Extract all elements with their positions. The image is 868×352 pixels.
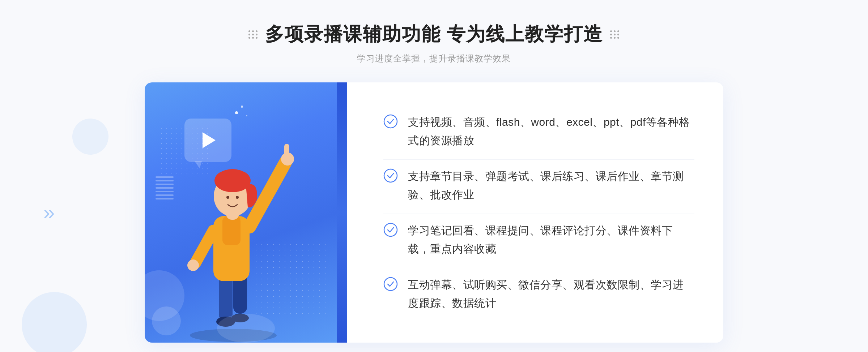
main-outer: » (0, 82, 868, 343)
title-text: 多项录播课辅助功能 专为线上教学打造 (265, 22, 603, 47)
subtitle-text: 学习进度全掌握，提升录播课教学效果 (248, 53, 620, 64)
outer-chevron-left-icon: » (43, 202, 55, 223)
svg-point-16 (236, 196, 239, 199)
bg-circle-2 (72, 119, 109, 155)
svg-point-17 (217, 314, 275, 343)
content-panel: 支持视频、音频、flash、word、excel、ppt、pdf等各种格式的资源… (347, 82, 723, 343)
svg-point-18 (384, 115, 397, 128)
svg-point-15 (226, 196, 229, 199)
svg-point-21 (384, 278, 397, 291)
feature-item-4: 互动弹幕、试听购买、微信分享、观看次数限制、学习进度跟踪、数据统计 (383, 268, 694, 319)
feature-text-4: 互动弹幕、试听购买、微信分享、观看次数限制、学习进度跟踪、数据统计 (408, 275, 694, 312)
header-section: 多项录播课辅助功能 专为线上教学打造 学习进度全掌握，提升录播课教学效果 (248, 22, 620, 64)
vertical-accent-bar (337, 82, 347, 343)
illustration-panel (145, 82, 347, 343)
check-icon-3 (383, 223, 398, 237)
svg-line-10 (195, 231, 213, 263)
feature-item-3: 学习笔记回看、课程提问、课程评论打分、课件资料下载，重点内容收藏 (383, 214, 694, 265)
svg-point-14 (214, 169, 251, 192)
character-illustration (166, 133, 304, 343)
check-icon-2 (383, 168, 398, 183)
feature-item-2: 支持章节目录、弹题考试、课后练习、课后作业、章节测验、批改作业 (383, 159, 694, 211)
page-title: 多项录播课辅助功能 专为线上教学打造 (248, 22, 620, 47)
svg-point-19 (384, 169, 397, 182)
svg-rect-6 (222, 216, 241, 245)
feature-text-3: 学习笔记回看、课程提问、课程评论打分、课件资料下载，重点内容收藏 (408, 221, 694, 258)
feature-text-1: 支持视频、音频、flash、word、excel、ppt、pdf等各种格式的资源… (408, 113, 694, 150)
check-icon-1 (383, 114, 398, 129)
feature-item-1: 支持视频、音频、flash、word、excel、ppt、pdf等各种格式的资源… (383, 106, 694, 157)
svg-rect-9 (284, 144, 289, 162)
svg-point-11 (187, 259, 199, 271)
bg-circle-1 (22, 292, 87, 352)
svg-point-20 (384, 223, 397, 236)
check-icon-4 (383, 277, 398, 291)
feature-text-2: 支持章节目录、弹题考试、课后练习、课后作业、章节测验、批改作业 (408, 167, 694, 204)
page-wrapper: 多项录播课辅助功能 专为线上教学打造 学习进度全掌握，提升录播课教学效果 » (0, 22, 868, 343)
main-card: 支持视频、音频、flash、word、excel、ppt、pdf等各种格式的资源… (145, 82, 723, 343)
deco-dots-left (248, 30, 258, 39)
deco-dots-right (610, 30, 620, 39)
